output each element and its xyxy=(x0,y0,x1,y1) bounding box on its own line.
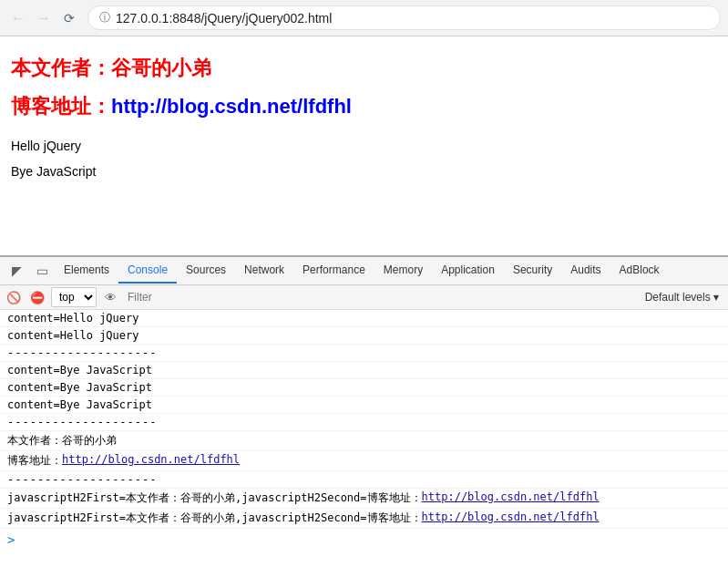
console-line: content=Hello jQuery xyxy=(0,327,728,345)
prompt-caret: > xyxy=(7,532,15,547)
console-line-separator: -------------------- xyxy=(0,345,728,362)
page-text2: Bye JavaScript xyxy=(11,164,717,179)
clear-console-button[interactable]: 🚫 xyxy=(4,287,24,307)
console-line-separator: -------------------- xyxy=(0,471,728,489)
console-link2a[interactable]: http://blog.csdn.net/lfdfhl xyxy=(422,490,600,503)
console-line: content=Hello jQuery xyxy=(0,310,728,327)
tab-sources[interactable]: Sources xyxy=(177,258,235,284)
tab-network[interactable]: Network xyxy=(235,258,293,284)
devtools-console-toolbar: 🚫 ⛔ top 👁 Default levels ▾ xyxy=(0,285,728,310)
tab-console[interactable]: Console xyxy=(118,258,177,284)
console-line-separator: -------------------- xyxy=(0,414,728,431)
console-link2b[interactable]: http://blog.csdn.net/lfdfhl xyxy=(422,511,600,523)
page-subtitle: 博客地址：http://blog.csdn.net/lfdfhl xyxy=(11,93,717,120)
console-prompt: > xyxy=(0,529,728,551)
console-line: content=Bye JavaScript xyxy=(0,379,728,397)
tab-adblock[interactable]: AdBlock xyxy=(610,258,669,284)
tab-audits[interactable]: Audits xyxy=(561,258,610,284)
browser-toolbar: ← → ⟳ ⓘ xyxy=(0,0,728,36)
console-line-link: 博客地址：http://blog.csdn.net/lfdfhl xyxy=(0,451,728,471)
console-link[interactable]: http://blog.csdn.net/lfdfhl xyxy=(62,453,240,466)
nav-buttons: ← → ⟳ xyxy=(7,7,80,29)
tab-elements[interactable]: Elements xyxy=(55,258,118,284)
subtitle-label: 博客地址： xyxy=(11,95,111,118)
url-input[interactable] xyxy=(116,11,709,26)
console-line: 本文作者：谷哥的小弟 xyxy=(0,431,728,451)
lock-icon: ⓘ xyxy=(99,10,110,26)
devtools-inspect-button[interactable]: ◤ xyxy=(4,257,29,284)
default-levels[interactable]: Default levels ▾ xyxy=(640,289,724,305)
console-line: content=Bye JavaScript xyxy=(0,362,728,379)
tab-performance[interactable]: Performance xyxy=(293,258,374,284)
tab-security[interactable]: Security xyxy=(504,258,561,284)
page-content: 本文作者：谷哥的小弟 博客地址：http://blog.csdn.net/lfd… xyxy=(0,36,728,255)
forward-button[interactable]: → xyxy=(33,7,55,29)
console-line-complex: javascriptH2First=本文作者：谷哥的小弟,javascriptH… xyxy=(0,489,728,509)
context-select[interactable]: top xyxy=(51,287,97,307)
console-output: content=Hello jQuery content=Hello jQuer… xyxy=(0,310,728,551)
tab-memory[interactable]: Memory xyxy=(374,258,432,284)
browser-chrome: ← → ⟳ ⓘ xyxy=(0,0,728,36)
devtools-tabs: ◤ ▭ Elements Console Sources Network Per… xyxy=(0,257,728,285)
subtitle-link[interactable]: http://blog.csdn.net/lfdfhl xyxy=(111,95,352,118)
eye-button[interactable]: 👁 xyxy=(100,287,120,307)
console-line: content=Bye JavaScript xyxy=(0,397,728,414)
page-text1: Hello jQuery xyxy=(11,139,717,153)
devtools: ◤ ▭ Elements Console Sources Network Per… xyxy=(0,255,728,551)
block-button[interactable]: ⛔ xyxy=(27,287,47,307)
tab-application[interactable]: Application xyxy=(432,258,504,284)
page-title: 本文作者：谷哥的小弟 xyxy=(11,55,717,82)
console-line-complex2: javascriptH2First=本文作者：谷哥的小弟,javascriptH… xyxy=(0,509,728,529)
back-button[interactable]: ← xyxy=(7,7,29,29)
reload-button[interactable]: ⟳ xyxy=(58,7,80,29)
filter-input[interactable] xyxy=(124,289,636,305)
address-bar: ⓘ xyxy=(87,5,721,30)
devtools-device-button[interactable]: ▭ xyxy=(29,257,55,284)
